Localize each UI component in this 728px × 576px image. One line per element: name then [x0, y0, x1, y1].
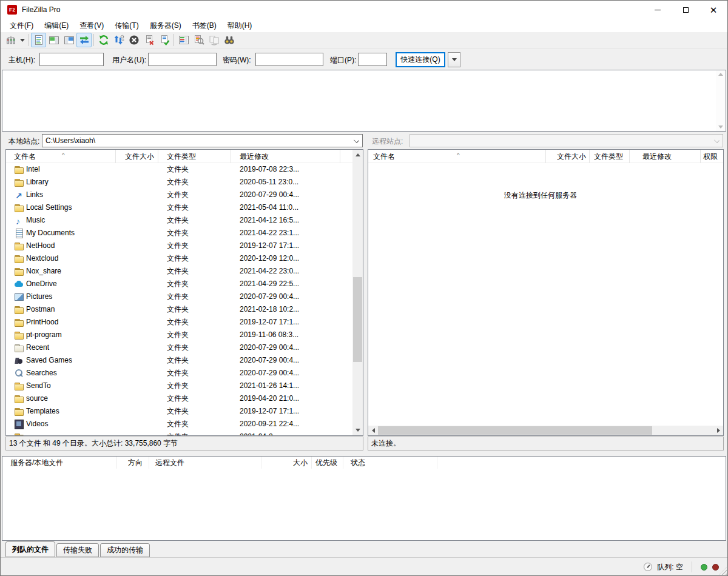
local-site-combo[interactable]: C:\Users\xiaoh\ — [42, 134, 363, 147]
table-row[interactable]: Music 文件夹 2021-04-12 16:5... — [6, 214, 352, 227]
table-row[interactable]: Pictures 文件夹 2020-07-29 00:4... — [6, 290, 352, 303]
menu-transfer[interactable]: 传输(T) — [109, 19, 144, 32]
table-row[interactable]: source 文件夹 2019-04-20 21:0... — [6, 392, 352, 405]
transfer-queue-toggle-button[interactable] — [76, 33, 92, 47]
column-header-direction[interactable]: 方向 — [117, 457, 149, 469]
synchronized-browsing-button[interactable] — [206, 33, 221, 47]
scroll-up-button[interactable] — [352, 150, 363, 160]
local-tree-toggle-button[interactable] — [46, 33, 61, 47]
directory-comparison-button[interactable] — [176, 33, 191, 47]
tab-successful-transfers[interactable]: 成功的传输 — [100, 543, 150, 557]
process-queue-button[interactable] — [111, 33, 126, 47]
password-input[interactable] — [255, 53, 323, 66]
menu-file[interactable]: 文件(F) — [4, 19, 39, 32]
column-header-remote-file[interactable]: 远程文件 — [149, 457, 261, 469]
column-header-filetype[interactable]: 文件类型 — [158, 150, 231, 163]
table-row[interactable]: NetHood 文件夹 2019-12-07 17:1... — [6, 239, 352, 252]
table-row[interactable]: Searches 文件夹 2020-07-29 00:4... — [6, 367, 352, 380]
table-row[interactable]: 文件夹 2021-04-2... — [6, 430, 352, 436]
table-row[interactable]: My Documents 文件夹 2021-04-22 23:1... — [6, 227, 352, 239]
table-row[interactable]: Links 文件夹 2020-07-29 00:4... — [6, 189, 352, 201]
table-row[interactable]: Library 文件夹 2020-05-11 23:0... — [6, 176, 352, 189]
disconnect-button[interactable] — [141, 33, 157, 47]
table-row[interactable]: SendTo 文件夹 2021-01-26 14:1... — [6, 380, 352, 392]
quickconnect-dropdown-button[interactable] — [448, 52, 460, 67]
table-row[interactable]: OneDrive 文件夹 2021-04-29 22:5... — [6, 278, 352, 290]
column-header-filesize[interactable]: 文件大小 — [546, 150, 590, 163]
message-log-scrollbar[interactable] — [716, 70, 726, 131]
green-status-dot[interactable] — [701, 564, 707, 571]
red-status-dot[interactable] — [712, 564, 719, 571]
quickconnect-button[interactable]: 快速连接(Q) — [396, 52, 445, 67]
sort-ascending-icon: ^ — [457, 150, 460, 162]
folder-icon — [14, 266, 24, 276]
cloud-icon — [14, 279, 24, 289]
menu-view[interactable]: 查看(V) — [74, 19, 109, 32]
maximize-button[interactable] — [672, 1, 699, 19]
remote-list-hscrollbar[interactable] — [368, 426, 723, 435]
scroll-right-button[interactable] — [713, 426, 723, 435]
message-log-toggle-button[interactable] — [31, 33, 46, 47]
refresh-button[interactable] — [96, 33, 111, 47]
column-header-filename[interactable]: 文件名 ^ — [368, 150, 546, 163]
column-header-filesize[interactable]: 文件大小 — [116, 150, 158, 163]
refresh-icon — [98, 35, 109, 45]
remote-tree-toggle-button[interactable] — [61, 33, 76, 47]
host-input[interactable] — [39, 53, 104, 66]
table-row[interactable]: Nextcloud 文件夹 2020-12-09 12:0... — [6, 252, 352, 265]
folder-icon — [14, 253, 24, 263]
table-row[interactable]: PrintHood 文件夹 2019-12-07 17:1... — [6, 316, 352, 329]
resize-grip[interactable] — [719, 567, 727, 575]
table-row[interactable]: pt-program 文件夹 2019-11-06 08:3... — [6, 329, 352, 341]
table-row[interactable]: Videos 文件夹 2020-09-21 22:4... — [6, 418, 352, 430]
table-row[interactable]: Nox_share 文件夹 2021-04-22 23:0... — [6, 265, 352, 278]
username-label: 用户名(U): — [112, 55, 146, 65]
site-manager-button[interactable] — [3, 33, 18, 47]
speed-limits-icon[interactable] — [644, 563, 652, 571]
scroll-left-button[interactable] — [368, 426, 378, 435]
scroll-down-button[interactable] — [352, 425, 363, 435]
column-header-permissions[interactable]: 权限 — [701, 150, 724, 163]
menu-help[interactable]: 帮助(H) — [222, 19, 258, 32]
window-title: FileZilla Pro — [22, 5, 60, 14]
reconnect-button[interactable] — [157, 33, 172, 47]
menu-server[interactable]: 服务器(S) — [144, 19, 187, 32]
status-bar: 队列: 空 — [1, 557, 727, 575]
password-label: 密码(W): — [223, 55, 251, 65]
column-header-modified[interactable]: 最近修改 — [630, 150, 701, 163]
site-manager-icon — [5, 35, 16, 45]
column-header-status[interactable]: 状态 — [343, 457, 437, 469]
site-manager-dropdown-button[interactable] — [18, 33, 27, 47]
table-row[interactable]: Templates 文件夹 2019-12-07 17:1... — [6, 405, 352, 418]
local-site-value: C:\Users\xiaoh\ — [46, 136, 95, 145]
column-header-modified[interactable]: 最近修改 — [231, 150, 340, 163]
table-row[interactable]: Saved Games 文件夹 2020-07-29 00:4... — [6, 354, 352, 367]
username-input[interactable] — [148, 53, 217, 66]
column-header-size[interactable]: 大小 — [261, 457, 312, 469]
filename-filters-button[interactable] — [191, 33, 206, 47]
table-row[interactable]: Postman 文件夹 2021-02-18 10:2... — [6, 303, 352, 316]
column-header-priority[interactable]: 优先级 — [312, 457, 343, 469]
column-header-filename[interactable]: 文件名 ^ — [8, 150, 116, 163]
chevron-down-icon — [354, 138, 359, 143]
scrollbar-thumb[interactable] — [378, 426, 652, 435]
menu-bar: 文件(F) 编辑(E) 查看(V) 传输(T) 服务器(S) 书签(B) 帮助(… — [1, 19, 727, 32]
minimize-button[interactable] — [644, 1, 672, 19]
menu-edit[interactable]: 编辑(E) — [39, 19, 74, 32]
tab-failed-transfers[interactable]: 传输失败 — [56, 543, 99, 557]
local-list-scrollbar[interactable] — [352, 150, 363, 435]
cancel-operation-button[interactable] — [126, 33, 141, 47]
column-header-server-local-file[interactable]: 服务器/本地文件 — [2, 457, 117, 469]
column-header-filetype[interactable]: 文件类型 — [590, 150, 630, 163]
close-button[interactable]: ✕ — [699, 1, 727, 19]
menu-bookmarks[interactable]: 书签(B) — [187, 19, 222, 32]
toolbar-separator — [93, 34, 94, 46]
scroll-down-icon — [356, 429, 360, 432]
scrollbar-thumb[interactable] — [353, 277, 362, 362]
table-row[interactable]: Intel 文件夹 2019-07-08 22:3... — [6, 163, 352, 176]
table-row[interactable]: Local Settings 文件夹 2021-05-04 11:0... — [6, 201, 352, 214]
table-row[interactable]: Recent 文件夹 2020-07-29 00:4... — [6, 341, 352, 354]
tab-queued-files[interactable]: 列队的文件 — [5, 541, 55, 557]
port-input[interactable] — [358, 53, 387, 66]
find-files-button[interactable] — [221, 33, 237, 47]
